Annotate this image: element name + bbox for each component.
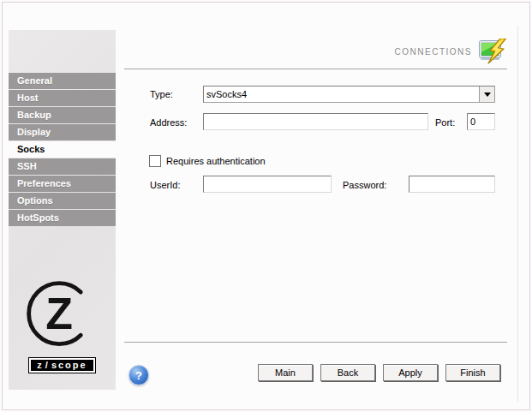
- type-dropdown-button[interactable]: [479, 87, 494, 102]
- wordmark-slash: /: [45, 360, 50, 371]
- sidebar-item-ssh[interactable]: SSH: [9, 158, 116, 175]
- page-header: CONNECTIONS: [124, 36, 508, 67]
- display-lightning-icon: [479, 39, 508, 64]
- finish-button[interactable]: Finish: [445, 364, 500, 381]
- zscope-z-mark-icon: Z: [20, 276, 105, 358]
- back-button[interactable]: Back: [320, 364, 375, 381]
- userid-label: UserId:: [150, 180, 180, 190]
- zscope-logo: Z z / scope: [9, 276, 116, 373]
- requires-auth-label: Requires authentication: [166, 156, 266, 166]
- sidebar-item-hotspots[interactable]: HotSpots: [9, 210, 116, 226]
- address-input[interactable]: [203, 113, 428, 130]
- sidebar: General Host Backup Display Socks SSH Pr…: [9, 30, 116, 390]
- type-label: Type:: [150, 89, 173, 99]
- footer-buttons: Main Back Apply Finish: [258, 364, 500, 381]
- connections-settings-window: General Host Backup Display Socks SSH Pr…: [0, 0, 532, 412]
- sidebar-item-display[interactable]: Display: [9, 124, 116, 140]
- port-input[interactable]: [467, 113, 495, 130]
- main-button[interactable]: Main: [258, 364, 313, 381]
- requires-auth-checkbox[interactable]: [149, 155, 161, 167]
- address-label: Address:: [150, 117, 187, 128]
- port-label: Port:: [435, 117, 455, 128]
- wordmark-scope: scope: [51, 360, 87, 371]
- apply-button[interactable]: Apply: [383, 364, 438, 381]
- type-dropdown-value: svSocks4: [204, 89, 479, 99]
- help-icon[interactable]: ?: [129, 365, 149, 385]
- sidebar-item-backup[interactable]: Backup: [9, 107, 116, 123]
- type-dropdown[interactable]: svSocks4: [203, 86, 495, 103]
- svg-text:Z: Z: [45, 289, 73, 338]
- sidebar-item-options[interactable]: Options: [9, 193, 116, 209]
- userid-input[interactable]: [203, 176, 332, 193]
- page-title: CONNECTIONS: [395, 47, 472, 57]
- sidebar-menu: General Host Backup Display Socks SSH Pr…: [9, 73, 116, 227]
- sidebar-item-preferences[interactable]: Preferences: [9, 176, 116, 192]
- header-divider: [124, 69, 507, 69]
- password-label: Password:: [343, 180, 386, 190]
- password-input[interactable]: [409, 176, 495, 193]
- sidebar-item-socks[interactable]: Socks: [9, 141, 116, 158]
- content-edge-divider: [517, 26, 518, 402]
- sidebar-item-general[interactable]: General: [9, 73, 116, 89]
- wordmark-z: z: [37, 360, 44, 371]
- chevron-down-icon: [484, 93, 491, 97]
- sidebar-item-host[interactable]: Host: [9, 90, 116, 106]
- zscope-wordmark: z / scope: [29, 358, 94, 373]
- footer-divider: [124, 342, 507, 343]
